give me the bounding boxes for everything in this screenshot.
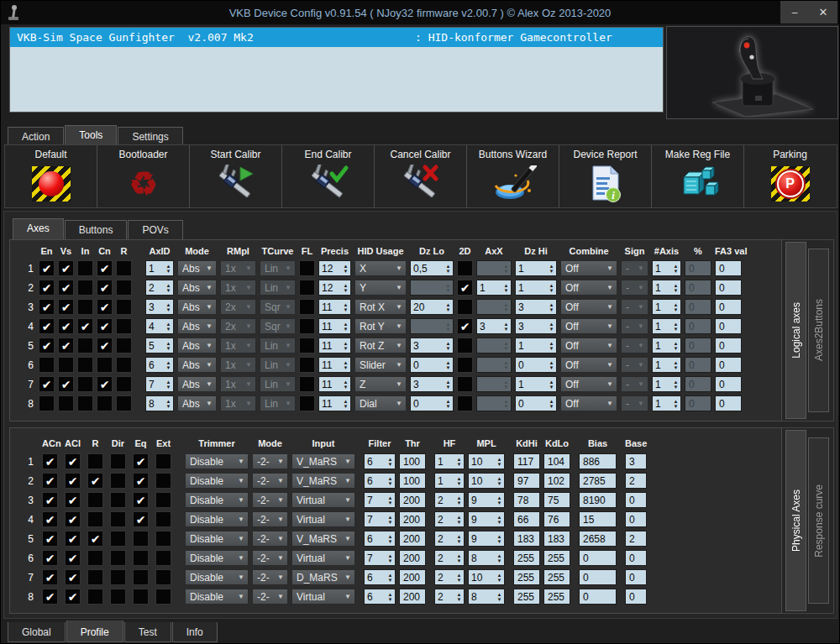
physical-3-mpl-spinner-down-arrow-icon[interactable]: ▼ bbox=[497, 500, 502, 505]
physical-1-eq-checkbox[interactable]: ✔ bbox=[133, 453, 149, 469]
physical-3-dir-checkbox[interactable] bbox=[110, 492, 126, 508]
physical-2-kdlo-field[interactable]: 102 bbox=[543, 473, 570, 489]
logical-7-dz-lo-spinner[interactable]: 3▲▼ bbox=[410, 376, 454, 392]
logical-6-fa3-field[interactable]: 0 bbox=[715, 357, 742, 373]
logical-2-precis-spinner-down-arrow-icon[interactable]: ▼ bbox=[344, 288, 349, 293]
logical-1-cn-checkbox[interactable]: ✔ bbox=[97, 260, 113, 276]
logical-8-combine-dropdown[interactable]: Off▼ bbox=[560, 395, 617, 411]
physical-5-thr-field[interactable]: 200 bbox=[399, 531, 426, 547]
physical-2-mpl-spinner[interactable]: 10▲▼ bbox=[468, 473, 505, 489]
physical-6-mpl-spinner[interactable]: 8▲▼ bbox=[468, 550, 505, 566]
device-list-selected-row[interactable]: VKB-Sim Space Gunfighter v2.007 Mk2 : HI… bbox=[10, 28, 663, 47]
physical-4-mpl-spinner[interactable]: 9▲▼ bbox=[468, 511, 505, 527]
logical-1-combine-dropdown[interactable]: Off▼ bbox=[560, 260, 617, 276]
physical-8-mpl-spinner[interactable]: 8▲▼ bbox=[468, 589, 505, 605]
logical-6-precis-spinner[interactable]: 11▲▼ bbox=[318, 357, 351, 373]
logical-1-en-checkbox[interactable]: ✔ bbox=[39, 260, 55, 276]
physical-2-eq-checkbox[interactable]: ✔ bbox=[133, 473, 149, 489]
physical-2-bias-field[interactable]: 2785 bbox=[579, 473, 617, 489]
logical-3-cn-checkbox[interactable]: ✔ bbox=[97, 299, 113, 315]
physical-8-trimmer-dropdown[interactable]: Disable▼ bbox=[185, 589, 249, 605]
logical-8-inp-checkbox[interactable] bbox=[77, 395, 93, 411]
physical-2-mpl-spinner-down-arrow-icon[interactable]: ▼ bbox=[497, 481, 502, 486]
logical-4-inp-checkbox[interactable]: ✔ bbox=[77, 318, 93, 334]
physical-4-input-dropdown[interactable]: Virtual▼ bbox=[291, 511, 355, 527]
logical-7-d2-checkbox[interactable] bbox=[457, 376, 473, 392]
physical-2-kdhi-field[interactable]: 97 bbox=[513, 473, 540, 489]
logical-8-en-checkbox[interactable] bbox=[39, 395, 55, 411]
physical-4-filter-spinner[interactable]: 7▲▼ bbox=[364, 511, 396, 527]
physical-2-input-dropdown[interactable]: V_MaRS▼ bbox=[291, 473, 355, 489]
physical-3-kdhi-field[interactable]: 78 bbox=[513, 492, 540, 508]
physical-5-mode-dropdown[interactable]: -2-▼ bbox=[252, 531, 288, 547]
logical-6-axid-spinner[interactable]: 6▲▼ bbox=[145, 357, 174, 373]
logical-6-mode-dropdown[interactable]: Abs▼ bbox=[177, 357, 217, 373]
physical-7-kdlo-field[interactable]: 255 bbox=[543, 569, 570, 585]
logical-3-vs-checkbox[interactable]: ✔ bbox=[58, 299, 74, 315]
start-calibr-button[interactable]: Start Calibr bbox=[190, 145, 282, 207]
logical-8-axid-spinner-down-arrow-icon[interactable]: ▼ bbox=[166, 404, 171, 409]
logical-2-axx-spinner-down-arrow-icon[interactable]: ▼ bbox=[504, 288, 509, 293]
physical-6-hf-spinner-down-arrow-icon[interactable]: ▼ bbox=[457, 558, 462, 563]
physical-4-dir-checkbox[interactable] bbox=[110, 511, 126, 527]
logical-5-r-checkbox[interactable] bbox=[116, 338, 132, 353]
physical-7-filter-spinner-down-arrow-icon[interactable]: ▼ bbox=[388, 578, 393, 583]
logical-5-axid-spinner[interactable]: 5▲▼ bbox=[145, 338, 174, 353]
tab-global[interactable]: Global bbox=[8, 622, 66, 642]
physical-7-acn-checkbox[interactable]: ✔ bbox=[42, 569, 58, 585]
physical-1-filter-spinner-down-arrow-icon[interactable]: ▼ bbox=[388, 462, 393, 467]
physical-3-mpl-spinner[interactable]: 9▲▼ bbox=[468, 492, 505, 508]
logical-7-precis-spinner[interactable]: 11▲▼ bbox=[318, 376, 351, 392]
physical-5-kdlo-field[interactable]: 183 bbox=[543, 531, 570, 547]
physical-6-input-dropdown[interactable]: Virtual▼ bbox=[291, 550, 355, 566]
logical-2-fa3-field[interactable]: 0 bbox=[715, 280, 742, 296]
physical-3-trimmer-dropdown[interactable]: Disable▼ bbox=[185, 492, 249, 508]
logical-4-dz-hi-spinner-down-arrow-icon[interactable]: ▼ bbox=[549, 327, 554, 332]
logical-4-fa3-field[interactable]: 0 bbox=[715, 318, 742, 334]
logical-7-vs-checkbox[interactable]: ✔ bbox=[58, 376, 74, 392]
physical-6-filter-spinner[interactable]: 7▲▼ bbox=[364, 550, 396, 566]
logical-7-fa3-field[interactable]: 0 bbox=[715, 376, 742, 392]
physical-6-kdlo-field[interactable]: 255 bbox=[543, 550, 570, 566]
physical-6-acl-checkbox[interactable]: ✔ bbox=[65, 550, 81, 566]
physical-3-base-field[interactable]: 0 bbox=[625, 492, 647, 508]
physical-8-filter-spinner[interactable]: 6▲▼ bbox=[364, 589, 396, 605]
physical-4-hf-spinner-down-arrow-icon[interactable]: ▼ bbox=[457, 520, 462, 525]
physical-4-filter-spinner-down-arrow-icon[interactable]: ▼ bbox=[388, 520, 393, 525]
physical-7-eq-checkbox[interactable] bbox=[133, 569, 149, 585]
physical-2-mode-dropdown[interactable]: -2-▼ bbox=[252, 473, 288, 489]
physical-4-ext-checkbox[interactable] bbox=[155, 511, 171, 527]
physical-7-r-checkbox[interactable] bbox=[87, 569, 103, 585]
physical-4-hf-spinner[interactable]: 2▲▼ bbox=[434, 511, 465, 527]
logical-6-vs-checkbox[interactable] bbox=[58, 357, 74, 373]
physical-2-base-field[interactable]: 2 bbox=[625, 473, 647, 489]
close-button[interactable]: ✕ bbox=[809, 1, 837, 24]
physical-4-base-field[interactable]: 0 bbox=[625, 511, 647, 527]
physical-4-kdlo-field[interactable]: 76 bbox=[543, 511, 570, 527]
logical-5-hid-usage-dropdown[interactable]: Rot Z▼ bbox=[354, 338, 407, 353]
logical-3-precis-spinner-down-arrow-icon[interactable]: ▼ bbox=[344, 307, 349, 312]
logical-2-vs-checkbox[interactable]: ✔ bbox=[58, 280, 74, 296]
physical-3-acl-checkbox[interactable]: ✔ bbox=[65, 492, 81, 508]
physical-6-eq-checkbox[interactable] bbox=[133, 550, 149, 566]
tab-buttons[interactable]: Buttons bbox=[65, 220, 128, 240]
physical-8-r-checkbox[interactable] bbox=[87, 589, 103, 605]
physical-3-filter-spinner-down-arrow-icon[interactable]: ▼ bbox=[388, 500, 393, 505]
logical-7-cn-checkbox[interactable]: ✔ bbox=[97, 376, 113, 392]
logical-3-combine-dropdown[interactable]: Off▼ bbox=[560, 299, 617, 315]
logical-7-dz-hi-spinner[interactable]: 1▲▼ bbox=[515, 376, 557, 392]
physical-5-input-dropdown[interactable]: V_MaRS▼ bbox=[291, 531, 355, 547]
physical-8-base-field[interactable]: 0 bbox=[625, 589, 647, 605]
logical-4-dz-hi-spinner[interactable]: 3▲▼ bbox=[515, 318, 557, 334]
logical-7-precis-spinner-down-arrow-icon[interactable]: ▼ bbox=[344, 385, 349, 390]
logical-2-hid-usage-dropdown[interactable]: Y▼ bbox=[354, 280, 407, 296]
logical-8-dz-lo-spinner-down-arrow-icon[interactable]: ▼ bbox=[446, 404, 451, 409]
logical-8-precis-spinner[interactable]: 11▲▼ bbox=[318, 395, 351, 411]
logical-3-naxis-spinner[interactable]: 1▲▼ bbox=[652, 299, 681, 315]
logical-8-fl-checkbox[interactable] bbox=[299, 395, 315, 411]
physical-7-filter-spinner[interactable]: 6▲▼ bbox=[364, 569, 396, 585]
physical-4-eq-checkbox[interactable]: ✔ bbox=[133, 511, 149, 527]
logical-5-d2-checkbox[interactable] bbox=[457, 338, 473, 353]
physical-4-mode-dropdown[interactable]: -2-▼ bbox=[252, 511, 288, 527]
logical-7-combine-dropdown[interactable]: Off▼ bbox=[560, 376, 617, 392]
